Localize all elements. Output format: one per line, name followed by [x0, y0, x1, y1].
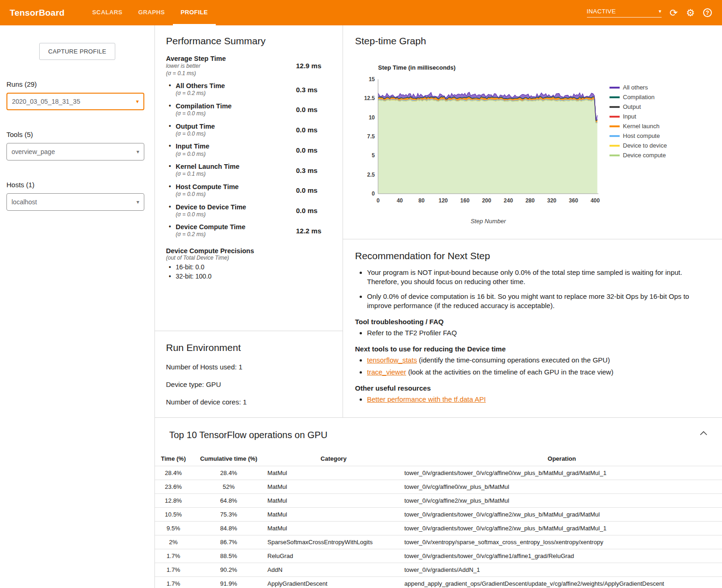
col-cumulative-pct: Cumulative time (%): [192, 451, 266, 466]
header-controls: INACTIVE ▾ ⟳ ⚙ ?: [587, 8, 722, 18]
chart-legend: All othersCompilationOutputInputKernel l…: [610, 83, 667, 225]
hosts-select[interactable]: localhost ▾: [6, 193, 144, 211]
precision-32bit: 32-bit: 100.0: [166, 272, 331, 281]
legend-swatch-icon: [610, 154, 620, 156]
legend-swatch-icon: [610, 106, 620, 108]
tab-profile[interactable]: PROFILE: [173, 0, 216, 25]
metrics-list: Average Step Timelower is better(σ = 0.1…: [166, 52, 331, 241]
metric-value: 0.0 ms: [296, 126, 318, 134]
category: AddN: [266, 563, 402, 577]
ops-table-row: 1.7%91.9%ApplyGradientDescentappend_appl…: [155, 577, 722, 588]
col-operation: Operation: [402, 451, 722, 466]
legend-item: Input: [610, 112, 667, 121]
help-icon[interactable]: ?: [703, 8, 712, 17]
metric-value: 0.0 ms: [296, 106, 318, 113]
capture-profile-button[interactable]: CAPTURE PROFILE: [39, 43, 116, 60]
cumulative-pct: 91.9%: [192, 577, 266, 588]
operation: tower_0/v/gradients/tower_0/v/cg/affine2…: [402, 508, 722, 522]
metric-value: 0.3 ms: [296, 86, 318, 94]
metric-row: Device Compute Time(σ = 0.2 ms)12.2 ms: [166, 220, 331, 241]
svg-text:240: 240: [504, 197, 513, 204]
tab-bar: SCALARS GRAPHS PROFILE: [84, 0, 216, 25]
metric-row: All Others Time(σ = 0.2 ms)0.3 ms: [166, 79, 331, 100]
operation: append_apply_gradient_ops/GradientDescen…: [402, 577, 722, 588]
legend-label: Device compute: [623, 152, 666, 159]
legend-item: Output: [610, 102, 667, 112]
time-pct: 23.6%: [155, 480, 192, 494]
metric-row: Kernel Launch Time(σ = 0.1 ms)0.3 ms: [166, 160, 331, 180]
legend-label: Kernel launch: [623, 123, 660, 130]
time-pct: 1.7%: [155, 549, 192, 563]
svg-text:5: 5: [372, 152, 375, 159]
svg-text:360: 360: [569, 197, 578, 204]
metric-value: 12.9 ms: [296, 62, 321, 70]
legend-item: Compilation: [610, 92, 667, 102]
svg-text:280: 280: [526, 197, 535, 204]
time-pct: 28.4%: [155, 466, 192, 480]
runs-select-value: 2020_03_05_18_31_35: [12, 98, 80, 105]
gear-icon[interactable]: ⚙: [686, 8, 695, 18]
faq-item: Refer to the TF2 Profiler FAQ: [367, 328, 710, 338]
ops-table-row: 1.7%88.5%ReluGradtower_0/v/gradients/tow…: [155, 549, 722, 563]
time-pct: 1.7%: [155, 577, 192, 588]
tools-select[interactable]: overview_page ▾: [6, 143, 144, 160]
metric-row: Output Time(σ = 0.0 ms)0.0 ms: [166, 120, 331, 140]
legend-label: All others: [623, 84, 648, 91]
category: ReluGrad: [266, 549, 402, 563]
svg-text:80: 80: [419, 197, 425, 204]
hosts-group: Hosts (1) localhost ▾: [6, 181, 144, 211]
recommendation-title: Recommendation for Next Step: [355, 250, 710, 261]
cumulative-pct: 52%: [192, 480, 266, 494]
step-time-graph-title: Step-time Graph: [355, 36, 710, 47]
metric-value: 0.0 ms: [296, 207, 318, 214]
ops-table-row: 10.5%75.3%MatMultower_0/v/gradients/towe…: [155, 508, 722, 522]
metric-row: Input Time(σ = 0.0 ms)0.0 ms: [166, 140, 331, 160]
chevron-down-icon: ▾: [136, 199, 139, 205]
runs-select[interactable]: 2020_03_05_18_31_35 ▾: [6, 93, 144, 110]
legend-item: Device compute: [610, 150, 667, 160]
ops-table-body: 28.4%28.4%MatMultower_0/v/gradients/towe…: [155, 466, 722, 588]
ops-table-row: 2%86.7%SparseSoftmaxCrossEntropyWithLogi…: [155, 535, 722, 549]
tool-link-desc: (identify the time-consuming operations …: [417, 356, 610, 364]
svg-text:10: 10: [369, 114, 375, 121]
tfdata-performance-link[interactable]: Better performance with the tf.data API: [367, 395, 486, 403]
time-pct: 2%: [155, 535, 192, 549]
tensorboard-app: TensorBoard SCALARS GRAPHS PROFILE INACT…: [0, 0, 722, 588]
chart-title: Step Time (in milliseconds): [378, 64, 603, 71]
refresh-icon[interactable]: ⟳: [670, 8, 678, 18]
category: MatMul: [266, 466, 402, 480]
main-area: Performance Summary Average Step Timelow…: [154, 25, 722, 588]
legend-swatch-icon: [610, 87, 620, 89]
legend-item: Host compute: [610, 131, 667, 141]
app-header: TensorBoard SCALARS GRAPHS PROFILE INACT…: [0, 0, 722, 25]
ops-table-row: 12.8%64.8%MatMultower_0/v/cg/affine2/xw_…: [155, 494, 722, 508]
legend-swatch-icon: [610, 125, 620, 127]
trace-viewer-link[interactable]: trace_viewer: [367, 368, 406, 376]
tensorflow-stats-link[interactable]: tensorflow_stats: [367, 356, 417, 364]
chart-wrap: Step Time (in milliseconds) 02.557.51012…: [355, 64, 710, 225]
tab-scalars[interactable]: SCALARS: [84, 0, 130, 25]
operation: tower_0/v/gradients/AddN_1: [402, 563, 722, 577]
overview-grid: Performance Summary Average Step Timelow…: [155, 25, 722, 418]
metric-row: Average Step Timelower is better(σ = 0.1…: [166, 52, 331, 79]
cumulative-pct: 84.8%: [192, 522, 266, 535]
reload-status-select[interactable]: INACTIVE ▾: [587, 8, 662, 18]
time-pct: 9.5%: [155, 522, 192, 535]
app-title: TensorBoard: [0, 8, 73, 18]
tool-link-item: tensorflow_stats (identify the time-cons…: [367, 356, 710, 365]
metric-value: 0.3 ms: [296, 166, 318, 174]
collapse-chevron-up-icon[interactable]: [700, 429, 707, 437]
svg-text:400: 400: [591, 197, 600, 204]
performance-summary-title: Performance Summary: [166, 36, 331, 47]
svg-text:15: 15: [369, 76, 375, 83]
legend-swatch-icon: [610, 116, 620, 118]
legend-item: All others: [610, 83, 667, 92]
recommendation-bullet: Only 0.0% of device computation is 16 bi…: [367, 292, 710, 311]
metric-value: 0.0 ms: [296, 186, 318, 194]
svg-text:7.5: 7.5: [367, 133, 375, 140]
tab-graphs[interactable]: GRAPHS: [130, 0, 173, 25]
device-type: Device type: GPU: [166, 380, 331, 388]
hosts-label: Hosts (1): [6, 181, 144, 189]
sidebar: CAPTURE PROFILE Runs (29) 2020_03_05_18_…: [0, 25, 154, 588]
faq-heading: Tool troubleshooting / FAQ: [355, 318, 710, 326]
